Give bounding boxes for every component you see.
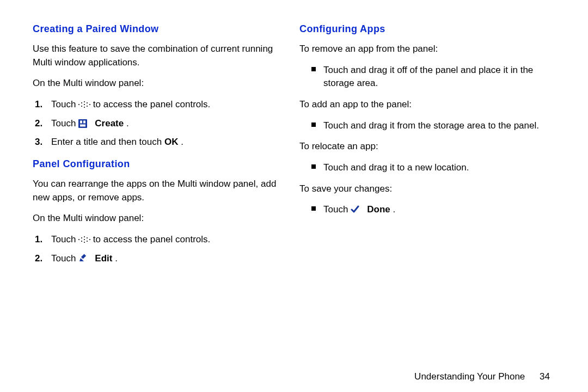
text: Touch	[51, 99, 78, 109]
heading-configuring-apps: Configuring Apps	[299, 22, 555, 36]
paragraph: To save your changes:	[299, 182, 555, 196]
page-footer: Understanding Your Phone 34	[414, 371, 550, 382]
bullet-list: Touch Done .	[299, 203, 555, 217]
create-label: Create	[95, 118, 124, 128]
panel-controls-icon	[78, 236, 90, 243]
paragraph: On the Multi window panel:	[33, 212, 289, 225]
list-item: Touch Done .	[321, 203, 555, 217]
text: .	[181, 137, 183, 147]
paragraph: To remove an app from the panel:	[299, 42, 555, 56]
text	[90, 253, 93, 264]
list-item: Touch Create .	[47, 117, 289, 131]
text: Enter a title and then touch	[51, 137, 164, 147]
bullet-list: Touch and drag it off of the panel and p…	[299, 64, 555, 90]
list-item: Touch to access the panel controls.	[47, 98, 289, 112]
svg-rect-5	[81, 254, 86, 259]
paragraph: To add an app to the panel:	[299, 98, 555, 112]
text: .	[393, 204, 396, 215]
heading-panel-configuration: Panel Configuration	[33, 157, 289, 171]
done-icon	[351, 204, 359, 213]
page-number: 34	[540, 371, 550, 382]
paragraph: Use this feature to save the combination…	[33, 42, 289, 69]
manual-page: Creating a Paired Window Use this featur…	[0, 0, 588, 392]
list-item: Touch Edit .	[47, 252, 289, 266]
list-item: Enter a title and then touch OK .	[47, 136, 289, 149]
bullet-list: Touch and drag it from the storage area …	[299, 119, 555, 133]
list-item: Touch to access the panel controls.	[47, 233, 289, 247]
text: Touch	[51, 234, 78, 244]
svg-rect-3	[80, 124, 85, 126]
text: Touch	[51, 118, 78, 128]
edit-label: Edit	[95, 253, 112, 264]
bullet-list: Touch and drag it to a new location.	[299, 161, 555, 175]
text	[90, 118, 93, 128]
paragraph: On the Multi window panel:	[33, 77, 289, 90]
left-column: Creating a Paired Window Use this featur…	[27, 22, 294, 387]
svg-rect-2	[83, 120, 85, 123]
text: Touch	[323, 204, 351, 215]
paragraph: To relocate an app:	[299, 140, 555, 154]
list-item: Touch and drag it from the storage area …	[321, 119, 555, 133]
paragraph: You can rearrange the apps on the Multi …	[33, 177, 289, 204]
done-label: Done	[367, 204, 390, 215]
text: to access the panel controls.	[93, 234, 210, 244]
text	[362, 204, 365, 215]
footer-section-title: Understanding Your Phone	[414, 371, 525, 382]
panel-controls-icon	[78, 101, 90, 108]
text: .	[126, 118, 129, 128]
ordered-list: Touch to access the panel controls. Touc…	[33, 233, 289, 265]
right-column: Configuring Apps To remove an app from t…	[294, 22, 561, 387]
ok-label: OK	[164, 137, 179, 147]
create-icon	[78, 119, 87, 128]
text: .	[115, 253, 118, 264]
heading-creating-paired-window: Creating a Paired Window	[33, 22, 289, 36]
list-item: Touch and drag it off of the panel and p…	[321, 64, 555, 90]
ordered-list: Touch to access the panel controls. Touc…	[33, 98, 289, 149]
text: to access the panel controls.	[93, 99, 210, 109]
edit-icon	[78, 253, 87, 262]
list-item: Touch and drag it to a new location.	[321, 161, 555, 175]
svg-rect-1	[80, 120, 82, 123]
text: Touch	[51, 253, 78, 264]
svg-rect-0	[78, 119, 87, 128]
